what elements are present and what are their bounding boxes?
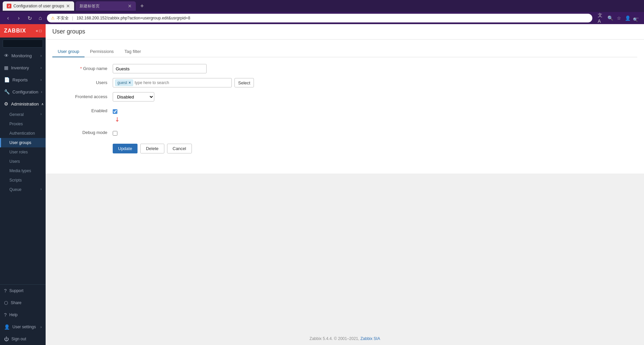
sidebar-item-label-monitoring: Monitoring [11, 53, 32, 58]
translate-button[interactable]: 文A [598, 14, 605, 22]
sidebar-sub-user-groups[interactable]: User groups [0, 138, 46, 147]
enabled-label: Enabled [52, 106, 113, 113]
sidebar-item-label-help: Help [9, 313, 18, 317]
search-box: 🔍 [0, 38, 46, 50]
select-users-button[interactable]: Select [234, 78, 254, 87]
inactive-tab-label: 新建标签页 [79, 3, 100, 9]
configuration-arrow: › [41, 90, 42, 94]
sidebar-item-label-inventory: Inventory [11, 65, 29, 70]
tab-permissions[interactable]: Permissions [85, 46, 119, 57]
inventory-arrow: › [41, 66, 42, 70]
group-name-input[interactable] [113, 64, 207, 73]
sidebar-item-share[interactable]: ⬡ Share [0, 297, 46, 309]
sidebar-toggle[interactable]: « □ [36, 28, 42, 33]
share-icon: ⬡ [4, 300, 8, 305]
user-tag-guest: guest × [115, 79, 133, 86]
home-button[interactable]: ⌂ [36, 14, 44, 22]
app: ZABBIX « □ 🔍 👁 Monitoring › ▦ Inventory … [0, 24, 644, 345]
sidebar-item-reports[interactable]: 📄 Reports › [0, 74, 46, 86]
frontend-access-select[interactable]: Disabled System default Internal LDAP [113, 92, 154, 101]
users-input-row: guest × Select [113, 78, 254, 87]
inactive-tab[interactable]: 新建标签页 ✕ [75, 1, 136, 11]
user-settings-arrow: › [41, 325, 42, 329]
group-name-control [113, 64, 207, 73]
reports-arrow: › [41, 78, 42, 82]
forward-button[interactable]: › [15, 14, 23, 22]
sidebar-item-inventory[interactable]: ▦ Inventory › [0, 62, 46, 74]
enabled-checkbox[interactable] [113, 109, 117, 114]
sidebar-sub-user-roles[interactable]: User roles [0, 147, 46, 157]
sidebar-item-monitoring[interactable]: 👁 Monitoring › [0, 50, 46, 62]
tab-user-group[interactable]: User group [52, 46, 85, 57]
close-tab-button[interactable]: ✕ [66, 3, 70, 9]
update-button[interactable]: Update [113, 144, 138, 153]
delete-button[interactable]: Delete [140, 144, 164, 153]
sidebar-sub-users[interactable]: Users [0, 157, 46, 166]
page-header: User groups [46, 24, 644, 40]
sidebar-sub-scripts[interactable]: Scripts [0, 176, 46, 185]
logo-text: ZABBIX [4, 28, 26, 34]
new-tab-button[interactable]: + [137, 1, 147, 11]
users-row: Users guest × Select [52, 78, 637, 87]
sidebar-item-help[interactable]: ? Help [0, 309, 46, 321]
page-title: User groups [52, 28, 637, 35]
sidebar-sub-queue[interactable]: Queue › [0, 185, 46, 194]
users-field[interactable]: guest × [113, 78, 232, 87]
tab-tag-filter[interactable]: Tag filter [119, 46, 146, 57]
group-name-row: Group name [52, 64, 637, 73]
users-control: guest × Select [113, 78, 254, 87]
users-search-input[interactable] [135, 80, 185, 85]
sidebar-item-user-settings[interactable]: 👤 User settings › [0, 321, 46, 333]
footer-text: Zabbix 5.4.4. © 2001–2021, [310, 336, 359, 341]
inventory-icon: ▦ [4, 65, 8, 70]
configuration-icon: 🔧 [4, 89, 10, 94]
favorites-button[interactable]: ☆ [615, 14, 623, 22]
sidebar-sub-authentication[interactable]: Authentication [0, 129, 46, 138]
help-icon: ? [4, 312, 7, 318]
support-icon: ? [4, 288, 7, 293]
form-card: User group Permissions Tag filter Group … [46, 40, 644, 174]
sidebar-item-label-support: Support [9, 288, 23, 293]
sidebar-sub-media-types[interactable]: Media types [0, 166, 46, 176]
sidebar-item-sign-out[interactable]: ⏻ Sign out [0, 333, 46, 345]
debug-mode-checkbox[interactable] [113, 131, 117, 136]
content-area: User group Permissions Tag filter Group … [46, 40, 644, 332]
sidebar-item-label-administration: Administration [11, 101, 39, 107]
administration-arrow: ∧ [41, 102, 44, 106]
security-icon: ⚠ [51, 16, 55, 20]
remove-user-tag[interactable]: × [128, 80, 131, 85]
sidebar-item-label-sign-out: Sign out [11, 337, 26, 341]
active-tab[interactable]: Z Configuration of user groups ✕ [3, 1, 74, 11]
frontend-access-control: Disabled System default Internal LDAP [113, 92, 154, 101]
sidebar-sub-general[interactable]: General › [0, 110, 46, 119]
search-browser-button[interactable]: 🔍 [606, 14, 614, 22]
sidebar-item-label-configuration: Configuration [12, 89, 38, 94]
sidebar-sub-proxies[interactable]: Proxies [0, 119, 46, 129]
sidebar-item-administration[interactable]: ⚙ Administration ∧ [0, 98, 46, 110]
monitoring-arrow: › [41, 54, 42, 58]
reports-icon: 📄 [4, 77, 10, 82]
debug-mode-label: Debug mode [52, 128, 113, 135]
users-label: Users [52, 78, 113, 85]
debug-mode-control [113, 128, 117, 136]
arrow-indicator: ↗ [113, 115, 121, 124]
sidebar-item-configuration[interactable]: 🔧 Configuration › [0, 86, 46, 98]
enabled-row: Enabled ↗ [52, 106, 637, 123]
cancel-button[interactable]: Cancel [167, 144, 192, 153]
url-text: 192.168.200.152/zabbix.php?action=usergr… [76, 16, 190, 20]
monitoring-icon: 👁 [4, 53, 9, 58]
frontend-access-row: Frontend access Disabled System default … [52, 92, 637, 101]
action-buttons: Update Delete Cancel [52, 140, 637, 157]
sidebar-item-label-reports: Reports [12, 77, 28, 82]
url-bar[interactable]: ⚠ 不安全 | 192.168.200.152/zabbix.php?actio… [47, 14, 592, 22]
group-name-label: Group name [52, 64, 113, 71]
back-button[interactable]: ‹ [4, 14, 12, 22]
reload-button[interactable]: ↻ [25, 14, 34, 22]
footer-link[interactable]: Zabbix SIA [360, 336, 380, 341]
sidebar-item-support[interactable]: ? Support [0, 285, 46, 297]
close-inactive-tab-button[interactable]: ✕ [128, 3, 132, 9]
sidebar-item-label-user-settings: User settings [12, 325, 36, 329]
profile-button[interactable]: 👤 [624, 14, 631, 22]
search-input[interactable] [3, 40, 43, 48]
administration-icon: ⚙ [4, 101, 8, 107]
